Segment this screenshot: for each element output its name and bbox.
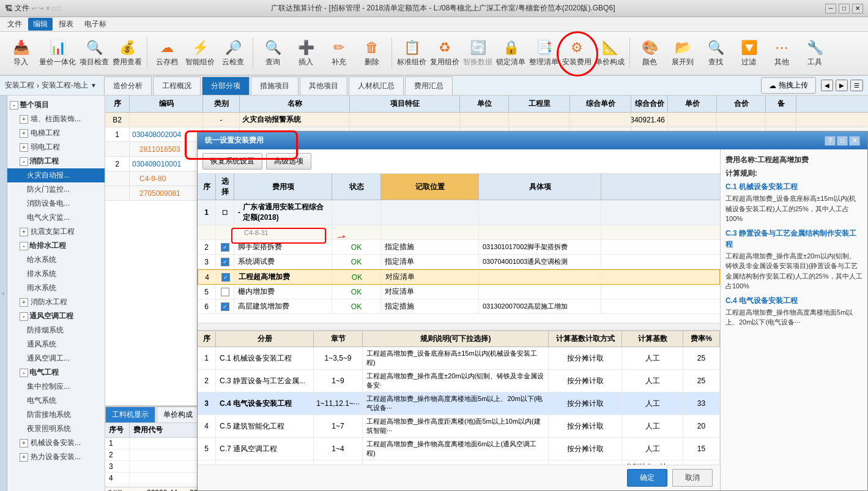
collapse-fire[interactable]: - xyxy=(20,157,28,166)
ir3-check[interactable] xyxy=(216,255,234,269)
sidebar-item-elec-sys[interactable]: 电气系统 xyxy=(7,394,105,408)
expand-thermal[interactable]: + xyxy=(20,453,28,462)
toolbar-swap[interactable]: 🔄 智换数据 xyxy=(462,34,494,72)
toolbar-delete[interactable]: 🗑 删除 xyxy=(356,34,388,72)
ir2-check[interactable] xyxy=(216,240,234,254)
upload-button[interactable]: ☁ 拖拽上传 xyxy=(761,77,816,94)
sidebar-item-ventil[interactable]: 通风系统 xyxy=(7,337,105,351)
ir3-checkbox[interactable] xyxy=(221,258,229,266)
ir1-check[interactable]: ☐ xyxy=(216,200,234,225)
collapse-plumbing[interactable]: - xyxy=(20,242,28,250)
breadcrumb-item1[interactable]: 安装工程 xyxy=(5,80,34,91)
toolbar-filter[interactable]: 🔽 过滤 xyxy=(733,34,765,72)
ir4-check[interactable] xyxy=(217,270,235,284)
restore-system-btn[interactable]: 恢复系统设置 xyxy=(202,153,262,170)
tab-other[interactable]: 其他项目 xyxy=(300,77,347,95)
sidebar-item-lighting[interactable]: 夜景照明系统 xyxy=(7,422,105,436)
toolbar-check[interactable]: 🔍 项目检查 xyxy=(78,34,110,72)
sidebar-item-elevator[interactable]: + 电梯工程 xyxy=(7,126,105,140)
menu-file[interactable]: 文件 xyxy=(2,18,27,31)
tab-fees[interactable]: 费用汇总 xyxy=(405,77,453,95)
toolbar-import[interactable]: 📥 导入 xyxy=(5,34,37,72)
toolbar-reuse[interactable]: ♻ 复用组价 xyxy=(429,34,461,72)
sidebar-item-smoke[interactable]: 防排烟系统 xyxy=(7,323,105,337)
toolbar-lock[interactable]: 🔒 锁定清单 xyxy=(495,34,527,72)
sidebar-item-thermal[interactable]: + 热力设备安装... xyxy=(7,450,105,464)
expand-elevator[interactable]: + xyxy=(20,129,28,138)
collapse-electrical[interactable]: - xyxy=(20,369,28,377)
menu-edit[interactable]: 编辑 xyxy=(28,18,53,31)
confirm-button[interactable]: 确定 xyxy=(627,469,667,487)
sidebar-item-fire-equip[interactable]: 消防设备电... xyxy=(7,197,105,211)
sidebar-item-mechanical[interactable]: + 机械设备安装... xyxy=(7,436,105,450)
sidebar-item-fire-monitor[interactable]: 电气火灾监... xyxy=(7,211,105,225)
tab-measures[interactable]: 措施项目 xyxy=(251,77,299,95)
maximize-button[interactable]: □ xyxy=(839,4,850,13)
minimize-button[interactable]: ─ xyxy=(825,4,836,13)
toolbar-other[interactable]: ⋯ 其他 xyxy=(766,34,798,72)
toolbar-unit-comp[interactable]: 📐 单价构成 xyxy=(594,34,626,72)
toolbar-fill[interactable]: ✏ 补充 xyxy=(323,34,355,72)
cancel-button[interactable]: 取消 xyxy=(672,469,713,487)
sidebar-collapse-btn[interactable]: ‹ xyxy=(0,96,7,491)
file-menu-item[interactable]: 文件 xyxy=(15,3,29,13)
nav-sidebar-toggle[interactable]: ☰ xyxy=(850,80,863,91)
dialog-close-btn[interactable]: ✕ xyxy=(849,136,860,146)
dialog-restore-btn[interactable]: □ xyxy=(837,136,848,146)
expand-antiseismic[interactable]: + xyxy=(20,228,28,236)
menu-report[interactable]: 报表 xyxy=(54,18,78,31)
toolbar-color[interactable]: 🎨 颜色 xyxy=(634,34,666,72)
toolbar-install-fee[interactable]: ⚙ 安装费用 xyxy=(561,34,593,72)
sidebar-item-hvac[interactable]: - 通风空调工程 xyxy=(7,309,105,323)
nav-forward[interactable]: ▶ xyxy=(836,80,848,91)
collapse-hvac[interactable]: - xyxy=(20,312,28,321)
inner-hscrollbar[interactable] xyxy=(198,323,720,330)
expand-fire-water[interactable]: + xyxy=(20,298,28,307)
ir5-checkbox[interactable] xyxy=(221,288,229,296)
expand-wall[interactable]: + xyxy=(20,115,28,124)
toolbar-qty-price[interactable]: 📊 量价一体化 xyxy=(38,34,77,72)
tab-sections[interactable]: 分部分项 xyxy=(202,77,250,95)
toolbar-insert[interactable]: ➕ 插入 xyxy=(290,34,322,72)
sidebar-item-wall[interactable]: + 墙、柱面装饰... xyxy=(7,112,105,126)
toolbar-tools[interactable]: 🔧 工具 xyxy=(799,34,831,72)
expand-mechanical[interactable]: + xyxy=(20,439,28,448)
sidebar-item-rain[interactable]: 雨水系统 xyxy=(7,281,105,295)
toolbar-query[interactable]: 🔍 查询 xyxy=(257,34,289,72)
dialog-help-btn[interactable]: ? xyxy=(825,136,836,146)
close-button[interactable]: ✕ xyxy=(852,4,863,13)
toolbar-find[interactable]: 🔍 查找 xyxy=(700,34,732,72)
breadcrumb-dropdown[interactable]: ▼ xyxy=(91,82,97,89)
sidebar-item-lightning[interactable]: 防雷接地系统 xyxy=(7,408,105,422)
menu-ebid[interactable]: 电子标 xyxy=(80,18,111,31)
tab-unit-comp[interactable]: 单价构成 xyxy=(157,407,199,422)
sidebar-item-water-supply[interactable]: 给水系统 xyxy=(7,253,105,267)
sidebar-item-ctrl[interactable]: 集中控制应... xyxy=(7,380,105,394)
toolbar-cloud[interactable]: ☁ 云存档 xyxy=(151,34,183,72)
ir5-check[interactable] xyxy=(216,285,234,299)
sidebar-item-ac[interactable]: 通风空调工... xyxy=(7,351,105,365)
tab-resources-display[interactable]: 工料机显示 xyxy=(105,407,155,422)
sidebar-item-plumbing[interactable]: - 给排水工程 xyxy=(7,239,105,253)
ir2-checkbox[interactable] xyxy=(221,243,229,252)
collapse-whole[interactable]: - xyxy=(10,101,18,110)
sidebar-item-electrical[interactable]: - 电气工程 xyxy=(7,365,105,380)
sidebar-item-fire-eng[interactable]: - 消防工程 xyxy=(7,154,105,168)
toolbar-std-grp[interactable]: 📋 标准组价 xyxy=(396,34,428,72)
sidebar-item-weak[interactable]: + 弱电工程 xyxy=(7,140,105,154)
expand-weak[interactable]: + xyxy=(20,143,28,152)
toolbar-expand[interactable]: 📂 展开到 xyxy=(667,34,699,72)
sidebar-item-drainage[interactable]: 排水系统 xyxy=(7,267,105,281)
sidebar-item-fire-alarm[interactable]: 火灾自动报... xyxy=(7,168,105,182)
sidebar-item-fire-water[interactable]: + 消防水工程 xyxy=(7,295,105,309)
sidebar-item-fire-door[interactable]: 防火门监控... xyxy=(7,182,105,197)
toolbar-smart[interactable]: ⚡ 智能组价 xyxy=(184,34,216,72)
ir6-checkbox[interactable] xyxy=(221,302,229,311)
toolbar-cloud-check[interactable]: 🔎 云检查 xyxy=(217,34,249,72)
sidebar-item-antiseismic[interactable]: + 抗震支架工程 xyxy=(7,225,105,239)
toolbar-fee-view[interactable]: 💰 费用查看 xyxy=(111,34,143,72)
ir6-check[interactable] xyxy=(216,299,234,313)
tab-resources[interactable]: 人材机汇总 xyxy=(349,77,404,95)
breadcrumb-item2[interactable]: 安装工程-地上 xyxy=(42,80,88,91)
tab-cost-analysis[interactable]: 造价分析 xyxy=(104,77,152,95)
